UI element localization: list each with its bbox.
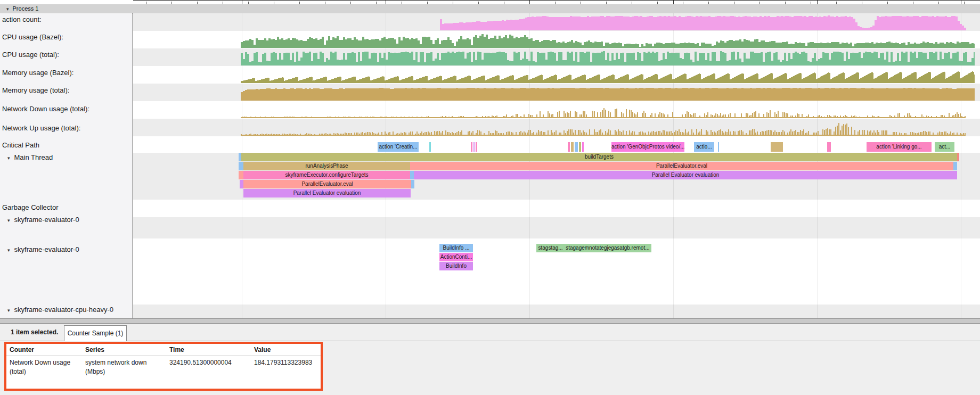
collapse-arrow-icon[interactable]: ▾: [7, 155, 10, 161]
sidebar-track-skyframe-evaluator-0[interactable]: ▾skyframe-evaluator-0: [7, 245, 79, 254]
flame-sliver[interactable]: [239, 171, 243, 179]
sidebar-track-network-down-usage-total: Network Down usage (total):: [2, 105, 89, 113]
track-sidebar: action count:CPU usage (Bazel):CPU usage…: [0, 13, 133, 318]
critical-path-sliver[interactable]: [582, 142, 584, 152]
slice-box[interactable]: stagstag... stagagemnotategjegasatgb.rem…: [536, 244, 651, 252]
sidebar-track-cpu-usage-bazel: CPU usage (Bazel):: [2, 33, 63, 42]
track-label-text: action count:: [2, 15, 42, 23]
track-label-text: skyframe-evaluator-cpu-heavy-0: [14, 306, 113, 314]
cell-series: system network down (Mbps): [85, 358, 160, 376]
flame-bar[interactable]: Parallel Evaluator evaluation: [243, 189, 411, 198]
selection-status: 1 item selected.: [11, 328, 58, 336]
col-header-time: Time: [169, 346, 184, 353]
critical-path-sliver[interactable]: [575, 142, 578, 152]
counter-chart-cpu-total[interactable]: [133, 48, 980, 66]
critical-path-event[interactable]: actio...: [694, 142, 714, 152]
counter-chart-mem-bazel[interactable]: [133, 66, 980, 84]
slice-label-overlap: stagagemnotategjegasatgb.remot...: [563, 245, 650, 251]
flame-sliver[interactable]: [239, 162, 243, 170]
row-background: [133, 217, 980, 238]
track-label-text: Main Thread: [14, 153, 53, 161]
track-label-text: Network Down usage (total):: [2, 105, 89, 113]
ruler-major-tick: [673, 0, 674, 4]
critical-path-event[interactable]: action 'GenObjcProtos video/...: [611, 142, 684, 152]
flame-bar[interactable]: Parallel Evaluator evaluation: [414, 171, 957, 179]
flame-sliver[interactable]: [240, 180, 243, 188]
track-label-text: Network Up usage (total):: [2, 124, 80, 132]
sidebar-track-skyframe-evaluator-cpu-heavy-0[interactable]: ▾skyframe-evaluator-cpu-heavy-0: [7, 306, 113, 314]
panel-splitter[interactable]: [0, 318, 980, 324]
col-header-series: Series: [85, 346, 104, 353]
slice-box[interactable]: BuildInfo ...: [439, 244, 473, 252]
sidebar-track-network-up-usage-total: Network Up usage (total):: [2, 124, 80, 133]
counter-sample-table: Counter Series Time Value Network Down u…: [4, 342, 323, 391]
sidebar-track-critical-path: Critical Path: [2, 141, 39, 150]
tab-counter-sample[interactable]: Counter Sample (1): [64, 325, 127, 341]
tabbar-divider: [0, 341, 980, 341]
track-label-text: skyframe-evaluator-0: [14, 245, 79, 253]
ruler-major-tick: [386, 0, 386, 4]
ruler-baseline: [133, 0, 980, 1]
flame-bar[interactable]: ParallelEvaluator.eval: [243, 180, 411, 188]
critical-path-sliver[interactable]: [568, 142, 570, 152]
sidebar-track-cpu-usage-total: CPU usage (total):: [2, 51, 59, 59]
track-label-text: CPU usage (Bazel):: [2, 33, 63, 41]
critical-path-sliver[interactable]: [827, 142, 831, 152]
flame-sliver[interactable]: [953, 162, 957, 170]
collapse-arrow-icon[interactable]: ▾: [7, 218, 10, 223]
track-label-text: skyframe-evaluator-0: [14, 216, 79, 224]
cell-counter: Network Down usage (total): [10, 358, 78, 376]
critical-path-event[interactable]: action 'Linking go...: [867, 142, 932, 152]
sidebar-track-main-thread[interactable]: ▾Main Thread: [7, 153, 53, 162]
critical-path-sliver[interactable]: [473, 142, 475, 152]
collapse-arrow-icon: ▾: [6, 5, 9, 14]
flame-bar[interactable]: runAnalysisPhase: [243, 162, 410, 170]
counter-chart-net-down[interactable]: [133, 101, 980, 119]
row-background: [133, 305, 980, 318]
ruler-major-tick: [242, 0, 242, 4]
track-label-text: CPU usage (total):: [2, 51, 59, 59]
process-header[interactable]: ▾Process 1: [0, 4, 980, 14]
header-divider: [6, 356, 321, 356]
trace-viewer: ▾Process 1 action 'Creatin...action 'Gen…: [0, 0, 980, 395]
critical-path-sliver[interactable]: [476, 142, 477, 152]
slice-box[interactable]: BuildInfo: [439, 262, 473, 270]
sidebar-track-garbage-collector: Garbage Collector: [2, 203, 59, 212]
flame-bar[interactable]: ParallelEvaluator.eval: [410, 162, 953, 170]
counter-chart-net-up[interactable]: [133, 119, 980, 136]
flame-sliver[interactable]: [410, 171, 414, 179]
col-header-value: Value: [254, 346, 271, 353]
ruler-major-tick: [817, 0, 818, 4]
process-title: Process 1: [13, 5, 39, 12]
timeline-track-area[interactable]: action 'Creatin...action 'GenObjcProtos …: [0, 13, 980, 318]
critical-path-sliver[interactable]: [579, 142, 581, 152]
cell-time: 324190.51300000004: [169, 358, 249, 367]
collapse-arrow-icon[interactable]: ▾: [7, 308, 10, 313]
flame-sliver[interactable]: [957, 153, 959, 161]
track-label-text: Garbage Collector: [2, 203, 59, 211]
sidebar-track-memory-usage-total: Memory usage (total):: [2, 86, 69, 95]
ruler-major-tick: [529, 0, 530, 4]
collapse-arrow-icon[interactable]: ▾: [7, 248, 10, 253]
counter-chart-action-count[interactable]: [133, 13, 980, 31]
counter-chart-mem-total[interactable]: [133, 84, 980, 101]
time-ruler[interactable]: [0, 0, 980, 4]
critical-path-event[interactable]: action 'Creatin...: [378, 142, 419, 152]
sidebar-track-action-count: action count:: [2, 15, 42, 24]
cell-value: 184.1793113323983: [254, 358, 321, 367]
counter-chart-cpu-bazel[interactable]: [133, 31, 980, 48]
critical-path-sliver[interactable]: [771, 142, 783, 152]
flame-bar[interactable]: skyframeExecutor.configureTargets: [243, 171, 410, 179]
critical-path-sliver[interactable]: [718, 142, 719, 152]
ruler-major-tick: [961, 0, 961, 4]
flame-sliver[interactable]: [411, 180, 414, 188]
selection-details-panel: 1 item selected. Counter Sample (1) Coun…: [0, 324, 980, 395]
sidebar-track-skyframe-evaluator-0[interactable]: ▾skyframe-evaluator-0: [7, 216, 79, 224]
critical-path-sliver[interactable]: [429, 142, 431, 152]
critical-path-sliver[interactable]: [471, 142, 472, 152]
track-label-text: Critical Path: [2, 141, 39, 149]
flame-bar[interactable]: buildTargets: [241, 153, 957, 161]
critical-path-event[interactable]: act...: [935, 142, 954, 152]
critical-path-sliver[interactable]: [571, 142, 574, 152]
slice-box[interactable]: ActionConti...: [439, 253, 473, 261]
